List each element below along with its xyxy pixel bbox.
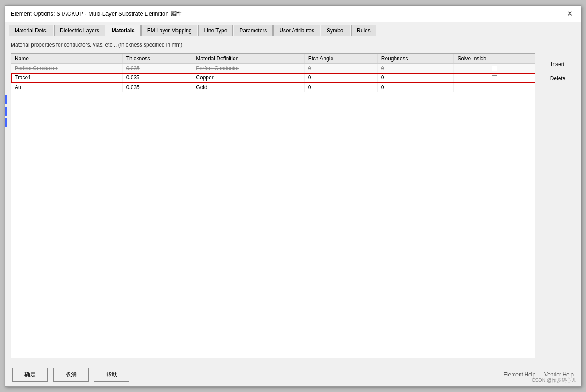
tab-line-type[interactable]: Line Type [198,25,233,36]
cell-roughness: 0 [377,82,453,92]
table-row[interactable]: Trace1 0.035 Copper 0 0 [11,73,535,82]
materials-table: Name Thickness Material Definition Etch … [11,54,535,92]
cell-solve-inside [454,82,535,92]
cell-name: Au [11,82,122,92]
col-header-solve-inside: Solve Inside [454,54,535,64]
main-dialog: Element Options: STACKUP - Multi-Layer S… [5,5,581,387]
cell-material-def: Perfect Conductor [192,64,304,73]
panel-description: Material properties for conductors, vias… [11,41,535,50]
watermark: CSDN @怡步晓心儿 [532,377,576,384]
tab-materials[interactable]: Materials [106,25,141,36]
cell-name: Trace1 [11,73,122,82]
left-side-icons [5,94,7,128]
tab-material-defs[interactable]: Material Defs. [9,25,53,36]
left-icon-2 [5,107,7,116]
cancel-button[interactable]: 取消 [53,368,89,382]
cell-solve-inside [454,64,535,73]
cell-roughness: 0 [377,73,453,82]
window-title: Element Options: STACKUP - Multi-Layer S… [11,10,182,18]
footer: 确定 取消 帮助 Element Help Vendor Help [5,363,581,386]
tabs-bar: Material Defs. Dielectric Layers Materia… [5,22,581,36]
insert-button[interactable]: Insert [540,59,575,70]
cell-solve-inside [454,73,535,82]
cell-etch-angle: 0 [304,82,377,92]
solve-inside-checkbox[interactable] [492,66,497,71]
tab-rules[interactable]: Rules [351,25,376,36]
confirm-button[interactable]: 确定 [12,368,48,382]
col-header-roughness: Roughness [377,54,453,64]
solve-inside-checkbox[interactable] [492,75,497,81]
cell-etch-angle: 0 [304,64,377,73]
close-button[interactable]: ✕ [564,9,575,18]
cell-etch-angle: 0 [304,73,377,82]
materials-table-container: Name Thickness Material Definition Etch … [11,53,535,358]
left-icon-1 [5,95,7,104]
cell-thickness: 0.035 [122,73,192,82]
main-panel: Material properties for conductors, vias… [11,41,535,358]
table-row[interactable]: Au 0.035 Gold 0 0 [11,82,535,92]
tab-em-layer-mapping[interactable]: EM Layer Mapping [141,25,198,36]
col-header-name: Name [11,54,122,64]
delete-button[interactable]: Delete [540,73,575,84]
col-header-material-def: Material Definition [192,54,304,64]
cell-thickness: 0.035 [122,64,192,73]
cell-material-def: Gold [192,82,304,92]
tab-symbol[interactable]: Symbol [321,25,350,36]
cell-roughness: 0 [377,64,453,73]
tab-dielectric-layers[interactable]: Dielectric Layers [54,25,105,36]
cell-material-def: Copper [192,73,304,82]
table-header-row: Name Thickness Material Definition Etch … [11,54,535,64]
cell-name: Perfect Conductor [11,64,122,73]
left-icon-3 [5,118,7,127]
col-header-etch-angle: Etch Angle [304,54,377,64]
solve-inside-checkbox[interactable] [492,85,497,90]
help-button[interactable]: 帮助 [94,368,129,382]
table-row[interactable]: Perfect Conductor 0.035 Perfect Conducto… [11,64,535,73]
tab-user-attributes[interactable]: User Attributes [273,25,320,36]
element-help-link[interactable]: Element Help [504,372,535,378]
cell-thickness: 0.035 [122,82,192,92]
col-header-thickness: Thickness [122,54,192,64]
title-bar: Element Options: STACKUP - Multi-Layer S… [5,6,581,22]
tab-parameters[interactable]: Parameters [234,25,273,36]
content-area: Material properties for conductors, vias… [5,36,581,363]
side-buttons-panel: Insert Delete [540,41,575,358]
